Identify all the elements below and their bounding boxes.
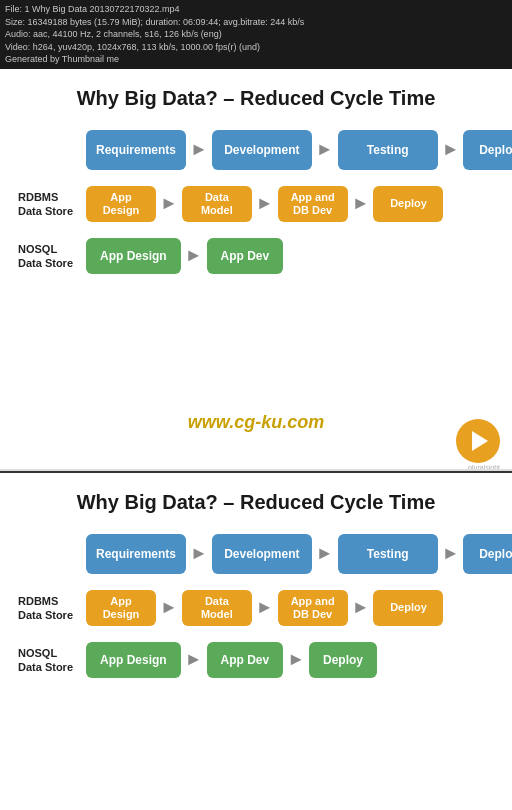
arrow2: ► [316,139,334,160]
bot-arrow5: ► [256,597,274,618]
top-label-nosql: NOSQLData Store [18,242,86,271]
top-box-appdbdev: App andDB Dev [278,186,348,222]
bot-arrow2: ► [316,543,334,564]
top-box-deployment: Deployment [463,130,512,170]
top-box-requirements: Requirements [86,130,186,170]
bot-arrow3: ► [442,543,460,564]
slide-bottom-title: Why Big Data? – Reduced Cycle Time [0,473,512,524]
bot-box-requirements: Requirements [86,534,186,574]
bot-box-green-appdev: App Dev [207,642,284,678]
topbar-line1: File: 1 Why Big Data 20130722170322.mp4 [5,3,507,16]
play-triangle-icon [472,431,488,451]
bot-row2: RDBMSData Store AppDesign ► DataModel ► … [0,584,512,632]
arrow1: ► [190,139,208,160]
bot-arrow1: ► [190,543,208,564]
arrow6: ► [352,193,370,214]
top-row1: Requirements ► Development ► Testing ► D… [0,124,512,176]
watermark: www.cg-ku.com [188,412,324,433]
top-flow1: Requirements ► Development ► Testing ► D… [86,130,512,170]
play-button [456,419,500,463]
bot-arrow8: ► [287,649,305,670]
top-row2: RDBMSData Store AppDesign ► DataModel ► … [0,180,512,228]
top-box-testing: Testing [338,130,438,170]
top-box-deploy: Deploy [373,186,443,222]
arrow4: ► [160,193,178,214]
top-box-appdesign: AppDesign [86,186,156,222]
bot-box-datamodel: DataModel [182,590,252,626]
topbar-line4: Video: h264, yuv420p, 1024x768, 113 kb/s… [5,41,507,54]
bot-box-testing: Testing [338,534,438,574]
bot-flow1: Requirements ► Development ► Testing ► D… [86,534,512,574]
bot-arrow7: ► [185,649,203,670]
bot-box-deployment: Deployment [463,534,512,574]
topbar-line3: Audio: aac, 44100 Hz, 2 channels, s16, 1… [5,28,507,41]
bot-flow2: AppDesign ► DataModel ► App andDB Dev ► … [86,590,443,626]
bot-arrow4: ► [160,597,178,618]
bot-box-green-deploy: Deploy [309,642,377,678]
bot-box-development: Development [212,534,312,574]
topbar-line2: Size: 16349188 bytes (15.79 MiB); durati… [5,16,507,29]
bot-row1: Requirements ► Development ► Testing ► D… [0,528,512,580]
slide-top: Why Big Data? – Reduced Cycle Time Requi… [0,69,512,469]
bot-box-appdbdev: App andDB Dev [278,590,348,626]
top-box-green-appdev: App Dev [207,238,284,274]
pluralsight-logo: pluralsight [456,419,500,463]
arrow5: ► [256,193,274,214]
bot-label-rdbms: RDBMSData Store [18,594,86,623]
arrow3: ► [442,139,460,160]
bot-box-appdesign: AppDesign [86,590,156,626]
bot-box-deploy: Deploy [373,590,443,626]
top-box-datamodel: DataModel [182,186,252,222]
top-bar: File: 1 Why Big Data 20130722170322.mp4 … [0,0,512,69]
top-flow3: App Design ► App Dev [86,238,283,274]
ps-text: pluralsight [456,464,500,469]
arrow7: ► [185,245,203,266]
bot-box-green-appdesign: App Design [86,642,181,678]
bot-flow3: App Design ► App Dev ► Deploy [86,642,377,678]
top-box-green-appdesign: App Design [86,238,181,274]
top-flow2: AppDesign ► DataModel ► App andDB Dev ► … [86,186,443,222]
top-label-rdbms: RDBMSData Store [18,190,86,219]
slide-top-title: Why Big Data? – Reduced Cycle Time [0,69,512,120]
bot-label-nosql: NOSQLData Store [18,646,86,675]
bot-row3: NOSQLData Store App Design ► App Dev ► D… [0,636,512,684]
top-box-development: Development [212,130,312,170]
slide-bottom: Why Big Data? – Reduced Cycle Time Requi… [0,471,512,810]
bot-arrow6: ► [352,597,370,618]
top-row3: NOSQLData Store App Design ► App Dev [0,232,512,280]
topbar-line5: Generated by Thumbnail me [5,53,507,66]
